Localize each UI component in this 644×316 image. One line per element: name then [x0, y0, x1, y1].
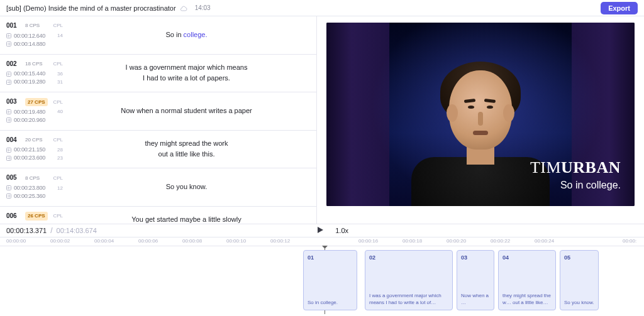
timeline-clip[interactable]: 02 I was a government major which means … [365, 250, 453, 310]
row-text[interactable]: So you know. [63, 182, 310, 192]
ruler-tick: 00:00:08 [182, 238, 202, 244]
ruler-tick: 00:00:06 [138, 238, 158, 244]
tc-out[interactable]: 00:00:14.880 [14, 40, 45, 48]
speaker-name-overlay: TIMURBAN [530, 158, 621, 177]
cloud-sync-icon [180, 5, 187, 11]
playback-speed[interactable]: 1.0x [335, 227, 348, 234]
clip-text: I was a government major which means I h… [369, 293, 448, 306]
row-meta: 004 20 CPS CPL 00:00:21.150 28 00:00:23.… [6, 136, 63, 163]
ruler-tick: 00:00:02 [50, 238, 70, 244]
tc-in[interactable]: 00:00:15.440 [14, 70, 45, 78]
ruler-tick: 00:00:00 [6, 238, 26, 244]
subtitle-rows-scroll[interactable]: 001 8 CPS CPL 00:00:12.640 14 00:00:14.8… [0, 16, 316, 224]
timeline-clip[interactable]: 03 Now when a … [457, 250, 494, 310]
subtitle-list: 001 8 CPS CPL 00:00:12.640 14 00:00:14.8… [0, 16, 317, 224]
timeline-clip[interactable]: 01 So in college. [303, 250, 357, 310]
subtitle-row[interactable]: 005 8 CPS CPL 00:00:23.800 12 00:00:25.3… [0, 168, 316, 207]
ruler-tick: 00:00:18 [402, 238, 422, 244]
cpl-label: CPL [53, 175, 63, 182]
tc-in-icon [6, 185, 11, 190]
tc-out-icon [6, 156, 11, 161]
subtitle-row[interactable]: 002 18 CPS CPL 00:00:15.440 36 00:00:19.… [0, 55, 316, 93]
ruler-tick: 00:00:22 [491, 238, 510, 244]
clip-index: 02 [369, 254, 448, 261]
row-index: 002 [6, 60, 21, 69]
row-text[interactable]: You get started maybe a little slowlybut… [63, 214, 310, 224]
clip-text: So you know. [564, 300, 594, 306]
ruler-tick: 00:00:04 [94, 238, 114, 244]
tc-out[interactable]: 00:00:23.600 [14, 154, 45, 162]
current-caption-overlay: So in college. [560, 180, 621, 191]
cpl-label: CPL [53, 22, 63, 30]
video-preview[interactable]: TIMURBAN So in college. [326, 23, 635, 206]
timeline-clip[interactable]: 05 So you know. [560, 250, 599, 310]
row-cps: 8 CPS [25, 22, 40, 30]
tc-in-icon [6, 33, 11, 38]
clip-text: So in college. [308, 300, 353, 306]
tc-in[interactable]: 00:00:21.150 [14, 146, 45, 154]
tc-in[interactable]: 00:00:23.800 [14, 184, 45, 192]
subtitle-row[interactable]: 006 26 CPS CPL 00:00:26.840 37 00:00:29.… [0, 207, 316, 224]
ruler-tick: 00:00:24 [535, 238, 554, 244]
cpl-label: CPL [53, 99, 63, 106]
subtitle-row[interactable]: 001 8 CPS CPL 00:00:12.640 14 00:00:14.8… [0, 16, 316, 55]
row-meta: 003 27 CPS CPL 00:00:19.480 40 00:00:20.… [6, 97, 63, 124]
row-meta: 006 26 CPS CPL 00:00:26.840 37 00:00:29.… [6, 212, 63, 224]
timeline[interactable]: 00:00:0000:00:0200:00:0400:00:0600:00:08… [0, 237, 644, 316]
ruler-tick: 00:00:16 [358, 238, 378, 244]
main-split: 001 8 CPS CPL 00:00:12.640 14 00:00:14.8… [0, 16, 644, 224]
row-cps: 20 CPS [25, 136, 43, 144]
row-meta: 002 18 CPS CPL 00:00:15.440 36 00:00:19.… [6, 60, 63, 87]
ruler-tick: 00:00:20 [447, 238, 466, 244]
tc-in[interactable]: 00:00:12.640 [14, 32, 45, 40]
tc-out[interactable]: 00:00:19.280 [14, 78, 45, 86]
subtitle-row[interactable]: 003 27 CPS CPL 00:00:19.480 40 00:00:20.… [0, 92, 316, 131]
project-duration: 14:03 [195, 4, 211, 11]
tc-in[interactable]: 00:00:26.840 [14, 222, 45, 224]
timeline-clip[interactable]: 04 they might spread the w… out a little… [498, 250, 556, 310]
tc-in-icon [6, 148, 11, 153]
row-cps: 27 CPS [25, 98, 48, 107]
row-text[interactable]: Now when a normal student writes a paper [63, 106, 310, 116]
ruler-tick: 00:00:10 [226, 238, 246, 244]
row-text[interactable]: they might spread the workout a little l… [63, 138, 310, 160]
row-text[interactable]: So in college. [63, 30, 310, 40]
ruler-tick: 00:00:12 [270, 238, 290, 244]
tc-out-icon [6, 193, 11, 199]
tc-out[interactable]: 00:00:25.360 [14, 192, 45, 200]
row-index: 004 [6, 136, 21, 145]
subtitle-row[interactable]: 004 20 CPS CPL 00:00:21.150 28 00:00:23.… [0, 131, 316, 169]
clip-text: Now when a … [461, 293, 490, 306]
clip-index: 05 [564, 254, 594, 261]
row-meta: 001 8 CPS CPL 00:00:12.640 14 00:00:14.8… [6, 21, 63, 48]
tc-out-icon [6, 80, 11, 85]
row-meta: 005 8 CPS CPL 00:00:23.800 12 00:00:25.3… [6, 173, 63, 200]
tc-in-icon [6, 72, 11, 77]
total-time: 00:14:03.674 [57, 227, 97, 234]
cpl-label: CPL [53, 212, 63, 220]
cpl-label: CPL [53, 60, 63, 68]
row-text[interactable]: I was a government major which meansI ha… [63, 62, 310, 84]
clip-index: 03 [461, 254, 490, 261]
tc-out-icon [6, 117, 11, 123]
timeline-track[interactable]: 01 So in college.02 I was a government m… [0, 246, 644, 314]
export-button[interactable]: Export [601, 2, 638, 14]
tc-out-icon [6, 41, 11, 46]
tc-out[interactable]: 00:00:20.960 [14, 116, 45, 124]
project-title: [sub] (Demo) Inside the mind of a master… [6, 4, 176, 12]
time-separator: / [50, 226, 52, 235]
row-cps: 8 CPS [25, 175, 40, 182]
clip-text: they might spread the w… out a little li… [502, 293, 552, 306]
row-cps: 18 CPS [25, 60, 43, 68]
ruler-tick: 00:00: [623, 238, 636, 244]
cpl-label: CPL [53, 136, 63, 144]
row-index: 003 [6, 97, 21, 107]
header: [sub] (Demo) Inside the mind of a master… [0, 0, 644, 16]
play-button[interactable] [314, 224, 326, 238]
timeline-ruler[interactable]: 00:00:0000:00:0200:00:0400:00:0600:00:08… [0, 237, 644, 246]
row-index: 005 [6, 173, 21, 183]
playbar: 00:00:13.371 / 00:14:03.674 1.0x [0, 224, 644, 237]
clip-index: 04 [502, 254, 552, 261]
video-preview-pane: TIMURBAN So in college. [317, 16, 644, 224]
tc-in[interactable]: 00:00:19.480 [14, 108, 45, 116]
